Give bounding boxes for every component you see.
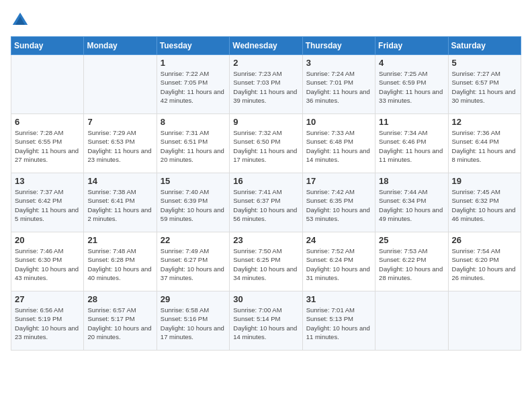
col-header-friday: Friday — [375, 37, 448, 55]
col-header-sunday: Sunday — [11, 37, 84, 55]
calendar-cell: 27Sunrise: 6:56 AM Sunset: 5:19 PM Dayli… — [11, 291, 84, 351]
calendar-cell: 25Sunrise: 7:53 AM Sunset: 6:22 PM Dayli… — [375, 232, 448, 291]
calendar-cell: 18Sunrise: 7:44 AM Sunset: 6:34 PM Dayli… — [375, 173, 448, 232]
calendar-cell: 1Sunrise: 7:22 AM Sunset: 7:05 PM Daylig… — [157, 55, 229, 114]
day-info: Sunrise: 7:49 AM Sunset: 6:27 PM Dayligh… — [161, 246, 226, 282]
day-info: Sunrise: 6:58 AM Sunset: 5:16 PM Dayligh… — [161, 306, 226, 341]
day-info: Sunrise: 7:01 AM Sunset: 5:13 PM Dayligh… — [306, 306, 371, 341]
day-number: 23 — [233, 235, 298, 245]
day-info: Sunrise: 7:22 AM Sunset: 7:05 PM Dayligh… — [161, 69, 226, 105]
calendar-cell: 26Sunrise: 7:54 AM Sunset: 6:20 PM Dayli… — [448, 232, 521, 291]
day-info: Sunrise: 7:24 AM Sunset: 7:01 PM Dayligh… — [306, 69, 371, 105]
day-info: Sunrise: 7:31 AM Sunset: 6:51 PM Dayligh… — [161, 128, 226, 164]
calendar-cell — [375, 291, 448, 351]
day-info: Sunrise: 7:48 AM Sunset: 6:28 PM Dayligh… — [87, 246, 152, 282]
day-number: 8 — [161, 117, 226, 127]
calendar-cell: 5Sunrise: 7:27 AM Sunset: 6:57 PM Daylig… — [448, 55, 521, 114]
calendar-cell: 15Sunrise: 7:40 AM Sunset: 6:39 PM Dayli… — [157, 173, 229, 232]
calendar-cell: 31Sunrise: 7:01 AM Sunset: 5:13 PM Dayli… — [302, 291, 375, 351]
calendar-cell: 14Sunrise: 7:38 AM Sunset: 6:41 PM Dayli… — [84, 173, 157, 232]
page-header — [11, 11, 521, 30]
logo-icon — [11, 11, 30, 30]
calendar-cell — [448, 291, 521, 351]
day-number: 2 — [233, 58, 298, 68]
day-info: Sunrise: 7:23 AM Sunset: 7:03 PM Dayligh… — [233, 69, 298, 105]
day-number: 19 — [452, 176, 517, 186]
col-header-wednesday: Wednesday — [230, 37, 302, 55]
day-number: 29 — [161, 294, 226, 304]
day-info: Sunrise: 7:33 AM Sunset: 6:48 PM Dayligh… — [306, 128, 371, 164]
day-info: Sunrise: 7:00 AM Sunset: 5:14 PM Dayligh… — [233, 306, 298, 341]
day-number: 10 — [306, 117, 371, 127]
calendar-cell: 29Sunrise: 6:58 AM Sunset: 5:16 PM Dayli… — [157, 291, 229, 351]
day-info: Sunrise: 7:45 AM Sunset: 6:32 PM Dayligh… — [452, 187, 517, 223]
day-info: Sunrise: 7:27 AM Sunset: 6:57 PM Dayligh… — [452, 69, 517, 105]
day-number: 30 — [233, 294, 298, 304]
day-number: 22 — [161, 235, 226, 245]
calendar-cell: 17Sunrise: 7:42 AM Sunset: 6:35 PM Dayli… — [302, 173, 375, 232]
calendar-cell: 12Sunrise: 7:36 AM Sunset: 6:44 PM Dayli… — [448, 114, 521, 173]
day-info: Sunrise: 6:57 AM Sunset: 5:17 PM Dayligh… — [87, 306, 152, 341]
day-number: 25 — [379, 235, 444, 245]
day-info: Sunrise: 7:53 AM Sunset: 6:22 PM Dayligh… — [379, 246, 444, 282]
day-info: Sunrise: 7:50 AM Sunset: 6:25 PM Dayligh… — [233, 246, 298, 282]
calendar-cell: 9Sunrise: 7:32 AM Sunset: 6:50 PM Daylig… — [230, 114, 302, 173]
day-number: 4 — [379, 58, 444, 68]
day-info: Sunrise: 7:32 AM Sunset: 6:50 PM Dayligh… — [233, 128, 298, 164]
day-number: 6 — [15, 117, 80, 127]
day-number: 17 — [306, 176, 371, 186]
calendar-cell: 11Sunrise: 7:34 AM Sunset: 6:46 PM Dayli… — [375, 114, 448, 173]
day-info: Sunrise: 7:36 AM Sunset: 6:44 PM Dayligh… — [452, 128, 517, 164]
day-number: 15 — [161, 176, 226, 186]
day-number: 12 — [452, 117, 517, 127]
calendar-cell: 8Sunrise: 7:31 AM Sunset: 6:51 PM Daylig… — [157, 114, 229, 173]
col-header-thursday: Thursday — [302, 37, 375, 55]
day-info: Sunrise: 7:25 AM Sunset: 6:59 PM Dayligh… — [379, 69, 444, 105]
calendar-cell: 19Sunrise: 7:45 AM Sunset: 6:32 PM Dayli… — [448, 173, 521, 232]
day-number: 14 — [87, 176, 152, 186]
calendar-week-row: 27Sunrise: 6:56 AM Sunset: 5:19 PM Dayli… — [11, 291, 521, 351]
calendar-week-row: 20Sunrise: 7:46 AM Sunset: 6:30 PM Dayli… — [11, 232, 521, 291]
day-number: 26 — [452, 235, 517, 245]
calendar-cell: 3Sunrise: 7:24 AM Sunset: 7:01 PM Daylig… — [302, 55, 375, 114]
day-info: Sunrise: 7:52 AM Sunset: 6:24 PM Dayligh… — [306, 246, 371, 282]
day-info: Sunrise: 7:44 AM Sunset: 6:34 PM Dayligh… — [379, 187, 444, 223]
day-number: 18 — [379, 176, 444, 186]
day-number: 16 — [233, 176, 298, 186]
day-info: Sunrise: 6:56 AM Sunset: 5:19 PM Dayligh… — [15, 306, 80, 341]
calendar-cell — [84, 55, 157, 114]
calendar-cell: 23Sunrise: 7:50 AM Sunset: 6:25 PM Dayli… — [230, 232, 302, 291]
calendar-cell — [11, 55, 84, 114]
day-info: Sunrise: 7:38 AM Sunset: 6:41 PM Dayligh… — [87, 187, 152, 223]
calendar-cell: 22Sunrise: 7:49 AM Sunset: 6:27 PM Dayli… — [157, 232, 229, 291]
calendar-cell: 24Sunrise: 7:52 AM Sunset: 6:24 PM Dayli… — [302, 232, 375, 291]
day-info: Sunrise: 7:28 AM Sunset: 6:55 PM Dayligh… — [15, 128, 80, 164]
day-info: Sunrise: 7:54 AM Sunset: 6:20 PM Dayligh… — [452, 246, 517, 282]
day-info: Sunrise: 7:40 AM Sunset: 6:39 PM Dayligh… — [161, 187, 226, 223]
day-number: 1 — [161, 58, 226, 68]
calendar-cell: 30Sunrise: 7:00 AM Sunset: 5:14 PM Dayli… — [230, 291, 302, 351]
day-info: Sunrise: 7:29 AM Sunset: 6:53 PM Dayligh… — [87, 128, 152, 164]
calendar-week-row: 13Sunrise: 7:37 AM Sunset: 6:42 PM Dayli… — [11, 173, 521, 232]
day-info: Sunrise: 7:37 AM Sunset: 6:42 PM Dayligh… — [15, 187, 80, 223]
calendar-cell: 21Sunrise: 7:48 AM Sunset: 6:28 PM Dayli… — [84, 232, 157, 291]
day-info: Sunrise: 7:46 AM Sunset: 6:30 PM Dayligh… — [15, 246, 80, 282]
calendar-cell: 10Sunrise: 7:33 AM Sunset: 6:48 PM Dayli… — [302, 114, 375, 173]
day-info: Sunrise: 7:41 AM Sunset: 6:37 PM Dayligh… — [233, 187, 298, 223]
calendar-cell: 4Sunrise: 7:25 AM Sunset: 6:59 PM Daylig… — [375, 55, 448, 114]
calendar-cell: 16Sunrise: 7:41 AM Sunset: 6:37 PM Dayli… — [230, 173, 302, 232]
day-number: 13 — [15, 176, 80, 186]
calendar-header-row: SundayMondayTuesdayWednesdayThursdayFrid… — [11, 37, 521, 55]
day-number: 5 — [452, 58, 517, 68]
calendar-cell: 7Sunrise: 7:29 AM Sunset: 6:53 PM Daylig… — [84, 114, 157, 173]
day-number: 21 — [87, 235, 152, 245]
day-number: 28 — [87, 294, 152, 304]
col-header-monday: Monday — [84, 37, 157, 55]
day-number: 11 — [379, 117, 444, 127]
calendar-cell: 2Sunrise: 7:23 AM Sunset: 7:03 PM Daylig… — [230, 55, 302, 114]
calendar-cell: 6Sunrise: 7:28 AM Sunset: 6:55 PM Daylig… — [11, 114, 84, 173]
calendar-week-row: 1Sunrise: 7:22 AM Sunset: 7:05 PM Daylig… — [11, 55, 521, 114]
day-number: 3 — [306, 58, 371, 68]
col-header-saturday: Saturday — [448, 37, 521, 55]
calendar-table: SundayMondayTuesdayWednesdayThursdayFrid… — [11, 36, 521, 351]
